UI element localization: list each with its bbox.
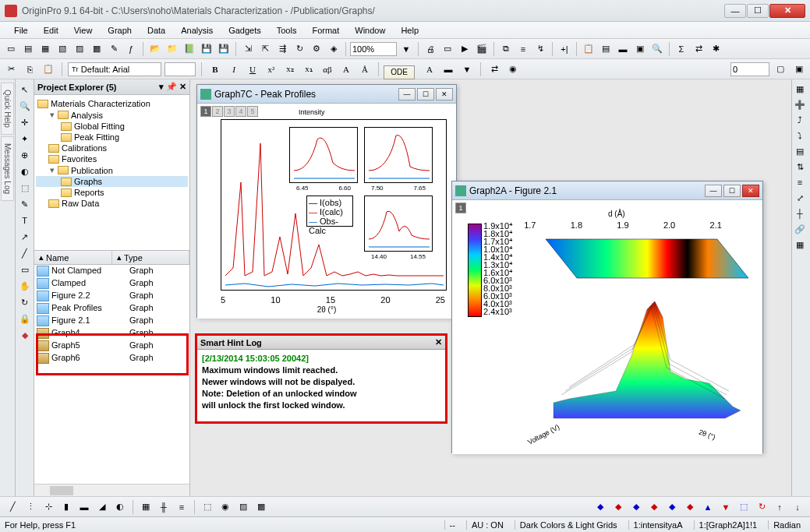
tree-analysis[interactable]: ▾Analysis <box>36 109 188 121</box>
menu-gadgets[interactable]: Gadgets <box>221 24 269 37</box>
minimize-button[interactable]: — <box>724 4 746 18</box>
template-icon[interactable]: ⬚ <box>200 499 215 515</box>
import-single-icon[interactable]: ⇱ <box>257 41 273 57</box>
line-plot-icon[interactable]: ╱ <box>5 499 20 515</box>
results-log-icon[interactable]: ▤ <box>598 41 614 57</box>
3d-decrease-icon[interactable]: ↓ <box>790 499 805 515</box>
maximize-icon[interactable]: ☐ <box>417 88 434 100</box>
layer-tab[interactable]: 2 <box>212 106 223 117</box>
tree-peak-fitting[interactable]: Peak Fitting <box>36 132 188 143</box>
layer-tab[interactable]: 1 <box>200 106 211 117</box>
zoom-dropdown-icon[interactable]: ▼ <box>398 41 414 57</box>
code-builder-icon[interactable]: ▣ <box>632 41 648 57</box>
object-tool-2-icon[interactable]: ▣ <box>791 62 807 77</box>
duplicate-icon[interactable]: ⧉ <box>498 41 514 57</box>
new-function-icon[interactable]: ƒ <box>123 41 139 57</box>
expand-icon[interactable]: ▾ <box>48 110 55 120</box>
pie-plot-icon[interactable]: ◐ <box>112 499 128 515</box>
link-icon[interactable]: 🔗 <box>792 221 808 237</box>
zoom-tool-icon[interactable]: 🔍 <box>17 98 33 114</box>
command-window-icon[interactable]: ▬ <box>615 41 631 57</box>
mask-tool-icon[interactable]: ◐ <box>17 164 33 179</box>
graph-canvas[interactable]: 1 1.9x10⁴1.8x10⁴1.7x10⁴1.0x10⁴1.4x10⁴1.3… <box>452 200 762 454</box>
close-icon[interactable]: ✕ <box>436 88 453 100</box>
messages-log-tab[interactable]: Messages Log <box>1 136 14 201</box>
import-multi-icon[interactable]: ⇶ <box>274 41 290 57</box>
layer-tool-icon[interactable]: ▦ <box>792 81 808 97</box>
reimport-icon[interactable]: ↻ <box>292 41 307 57</box>
save-icon[interactable]: 💾 <box>199 41 214 57</box>
bar-plot-icon[interactable]: ▬ <box>76 499 92 515</box>
new-workbook-icon[interactable]: ▤ <box>20 41 36 57</box>
tree-root[interactable]: Materials Characterization <box>36 98 188 109</box>
col-type[interactable]: ▴ Type <box>112 251 189 264</box>
merge-icon[interactable]: ⤵ <box>792 128 808 143</box>
tree-raw-data[interactable]: Raw Data <box>36 198 188 209</box>
paste-icon[interactable]: 📋 <box>41 62 56 77</box>
subsuper-button[interactable]: x₁ <box>301 62 317 77</box>
tree-favorites[interactable]: Favorites <box>36 153 188 164</box>
object-size-input[interactable] <box>730 62 769 76</box>
align-icon[interactable]: ≡ <box>792 174 808 190</box>
arrow-tool-icon[interactable]: ↗ <box>17 229 33 245</box>
multiy-icon[interactable]: ╫ <box>156 499 172 515</box>
menu-window[interactable]: Window <box>347 24 393 37</box>
extract-icon[interactable]: ⤴ <box>792 112 808 128</box>
font-color-button[interactable]: A <box>422 62 437 77</box>
slide-icon[interactable]: ▭ <box>440 41 455 57</box>
list-item[interactable]: Peak ProfilesGraph <box>34 302 189 315</box>
light-button[interactable]: ◉ <box>505 62 521 77</box>
import-wizard-icon[interactable]: ⇲ <box>240 41 256 57</box>
3d-tilt-1-icon[interactable]: ▲ <box>700 499 716 515</box>
graph-canvas[interactable]: 1 2 3 4 5 Intensity 6.45 <box>197 104 456 319</box>
layer-tab[interactable]: 5 <box>247 106 258 117</box>
cut-icon[interactable]: ✂ <box>3 62 19 77</box>
batch-icon[interactable]: ⚙ <box>309 41 324 57</box>
copy-icon[interactable]: ⎘ <box>22 62 37 77</box>
3d-rotate-3-icon[interactable]: ◆ <box>628 499 644 515</box>
transfer-icon[interactable]: ⇄ <box>691 41 706 57</box>
3d-rotate-5-icon[interactable]: ◆ <box>664 499 680 515</box>
object-tool-1-icon[interactable]: ▢ <box>773 62 788 77</box>
print-icon[interactable]: 🖨 <box>423 41 438 57</box>
decrease-font-button[interactable]: Å <box>357 62 373 77</box>
minimize-icon[interactable]: — <box>398 88 416 100</box>
axis-icon[interactable]: ┼ <box>792 206 808 221</box>
recalc-icon[interactable]: ↯ <box>532 41 548 57</box>
line-color-button[interactable]: ▬ <box>440 62 456 77</box>
3d-tilt-2-icon[interactable]: ▼ <box>718 499 734 515</box>
quick-help-tab[interactable]: Quick Help <box>1 83 14 135</box>
maximize-icon[interactable]: ☐ <box>723 185 741 197</box>
menu-graph[interactable]: Graph <box>100 24 140 37</box>
refresh-icon[interactable]: ≡ <box>515 41 531 57</box>
scatter-plot-icon[interactable]: ⋮ <box>23 499 38 515</box>
stack-icon[interactable]: ≡ <box>174 499 189 515</box>
list-item[interactable]: Graph5Graph <box>34 340 189 352</box>
project-explorer-icon[interactable]: 📋 <box>581 41 596 57</box>
arrange-icon[interactable]: ▤ <box>792 143 808 159</box>
menu-help[interactable]: Help <box>393 24 426 37</box>
3d-fit-icon[interactable]: ⬚ <box>736 499 752 515</box>
open-excel-icon[interactable]: 📗 <box>182 41 197 57</box>
palette-button[interactable]: ⇄ <box>486 62 502 77</box>
find-icon[interactable]: 🔍 <box>649 41 665 57</box>
layer-tab[interactable]: 4 <box>235 106 246 117</box>
rotate-tool-icon[interactable]: ↻ <box>17 294 33 310</box>
menu-data[interactable]: Data <box>140 24 173 37</box>
menu-edit[interactable]: Edit <box>36 24 66 37</box>
data-selector-icon[interactable]: ⊕ <box>17 147 33 163</box>
window-list[interactable]: Not ClampedGraph ClampedGraph Figure 2.2… <box>34 265 189 484</box>
3d-rotate-6-icon[interactable]: ◆ <box>682 499 698 515</box>
image-plot-icon[interactable]: ▩ <box>253 499 269 515</box>
rect-tool-icon[interactable]: ▭ <box>17 262 33 277</box>
bold-button[interactable]: B <box>207 62 223 77</box>
superscript-button[interactable]: x² <box>264 62 279 77</box>
project-tree[interactable]: Materials Characterization ▾Analysis Glo… <box>34 95 189 251</box>
add-column-icon[interactable]: +| <box>557 41 572 57</box>
child-titlebar[interactable]: Graph2A - Figure 2.1 — ☐ ✕ <box>452 181 762 200</box>
menu-file[interactable]: File <box>6 24 36 37</box>
layer-tab[interactable]: 1 <box>455 203 466 213</box>
grid-icon[interactable]: ▦ <box>792 237 808 252</box>
scale-icon[interactable]: ⤢ <box>792 190 808 206</box>
tree-publication[interactable]: ▾Publication <box>36 164 188 176</box>
